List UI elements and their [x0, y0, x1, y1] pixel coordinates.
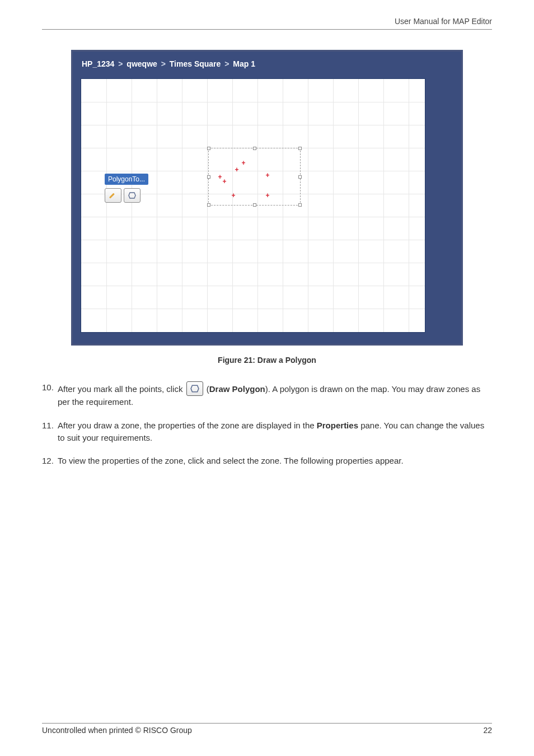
draw-polygon-button-inline[interactable] — [186, 381, 203, 396]
handle-sw[interactable] — [207, 203, 210, 207]
polygon-icon — [128, 192, 136, 199]
breadcrumb-sep: > — [116, 59, 124, 68]
handle-w[interactable] — [207, 175, 210, 179]
app-screenshot: HP_1234 > qweqwe > Times Square > Map 1 — [71, 50, 463, 346]
breadcrumb-item: HP_1234 — [82, 59, 114, 68]
handle-e[interactable] — [298, 175, 302, 179]
vertex-marker[interactable]: + — [235, 166, 238, 173]
step-text: After you mark all the points, click — [58, 384, 185, 394]
step-text: To view the properties of the zone, clic… — [58, 455, 492, 467]
vertex-marker[interactable]: + — [241, 160, 245, 166]
footer-left: Uncontrolled when printed © RISCO Group — [42, 726, 192, 735]
handle-n[interactable] — [253, 147, 256, 150]
handle-nw[interactable] — [207, 147, 210, 150]
step-number: 10. — [42, 381, 58, 408]
page-header: User Manual for MAP Editor — [42, 17, 492, 30]
pencil-icon — [109, 192, 117, 199]
vertex-marker[interactable]: + — [265, 172, 269, 179]
breadcrumb-item: qweqwe — [127, 59, 157, 68]
vertex-marker[interactable]: + — [218, 174, 222, 180]
breadcrumb-item: Times Square — [170, 59, 221, 68]
breadcrumb: HP_1234 > qweqwe > Times Square > Map 1 — [81, 57, 453, 78]
svg-marker-0 — [129, 193, 135, 198]
step-number: 11. — [42, 419, 58, 444]
page-footer: Uncontrolled when printed © RISCO Group … — [42, 723, 492, 735]
step-10: 10. After you mark all the points, click… — [42, 381, 492, 408]
draw-polygon-button[interactable] — [124, 188, 140, 203]
svg-marker-1 — [191, 385, 199, 391]
step-text: After you draw a zone, the properties of… — [58, 421, 317, 430]
instruction-list: 10. After you mark all the points, click… — [42, 381, 492, 467]
bold-term: Properties — [317, 421, 358, 430]
tooltip-label: PolygonTo... — [105, 174, 148, 185]
draw-line-button[interactable] — [105, 188, 121, 203]
vertex-marker[interactable]: + — [222, 178, 226, 185]
step-11: 11. After you draw a zone, the propertie… — [42, 419, 492, 444]
step-12: 12. To view the properties of the zone, … — [42, 455, 492, 467]
figure-caption: Figure 21: Draw a Polygon — [42, 356, 492, 365]
map-canvas[interactable]: + + + + + + + PolygonTo... — [81, 78, 425, 333]
breadcrumb-item: Map 1 — [233, 59, 255, 68]
breadcrumb-sep: > — [160, 59, 167, 68]
step-text: (Draw Polygon — [204, 384, 265, 394]
selection-bounds[interactable] — [208, 148, 301, 206]
handle-ne[interactable] — [298, 147, 302, 150]
breadcrumb-sep: > — [223, 59, 231, 68]
page-number: 22 — [483, 726, 492, 735]
handle-s[interactable] — [253, 203, 256, 207]
polygon-tool-tooltip: PolygonTo... — [105, 174, 148, 203]
vertex-marker[interactable]: + — [265, 192, 269, 199]
button-name: Draw Polygon — [209, 384, 265, 394]
step-number: 12. — [42, 455, 58, 467]
vertex-marker[interactable]: + — [231, 192, 235, 199]
handle-se[interactable] — [298, 203, 302, 207]
figure-screenshot: HP_1234 > qweqwe > Times Square > Map 1 — [42, 50, 492, 346]
